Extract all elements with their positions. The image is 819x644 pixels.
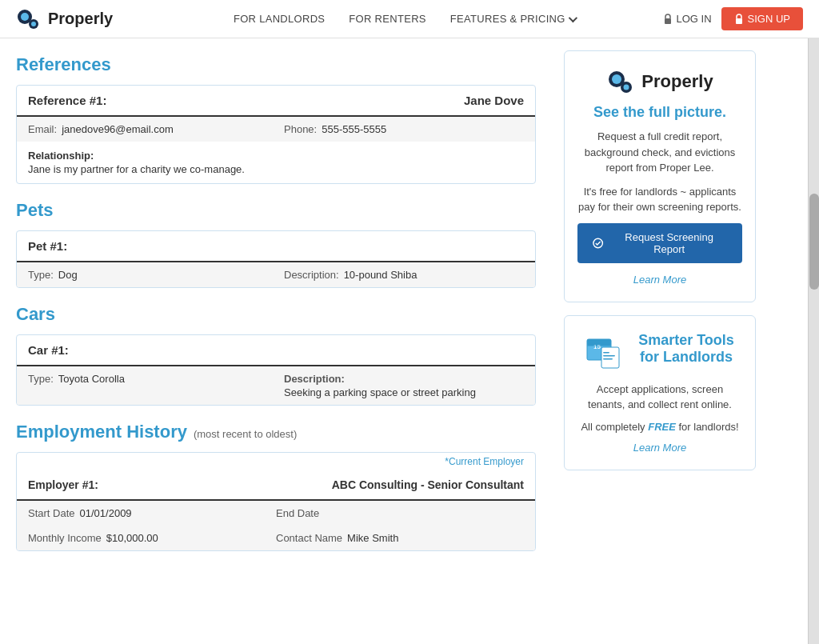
nav-for-renters[interactable]: FOR RENTERS [349,13,425,25]
svg-point-9 [624,85,629,90]
svg-rect-16 [603,352,609,354]
tools-card: 15 Smarter Toolsfor Landlords Accept app… [564,315,756,471]
pet-desc-label: Description: [284,269,339,281]
sidebar: Properly See the full picture. Request a… [552,38,768,583]
reference-1-label: Reference #1: [28,94,106,107]
phone-label: Phone: [284,123,317,135]
card1-logo-text: Properly [641,71,713,92]
relationship-value: Jane is my partner for a charity we co-m… [28,163,524,175]
pet-desc-cell: Description: 10-pound Shiba [284,269,524,281]
card2-icon-row: 15 Smarter Toolsfor Landlords [577,332,742,374]
card1-logo-icon [606,67,635,96]
employment-title: Employment History [16,422,187,442]
cars-title: Cars [16,304,536,325]
employment-subtitle: (most recent to oldest) [194,428,297,440]
employment-title-row: Employment History (most recent to oldes… [16,422,536,442]
car-type-label: Type: [28,373,54,385]
pets-title: Pets [16,200,536,221]
employer-1-label: Employer #1: [28,478,98,491]
car-1-block: Car #1: Type: Toyota Corolla Description… [16,334,536,406]
lock-icon [663,14,673,25]
pets-section: Pets Pet #1: Type: Dog Description: 10-p… [16,200,536,288]
pet-1-header: Pet #1: [17,231,535,262]
svg-point-7 [612,74,621,84]
cars-section: Cars Car #1: Type: Toyota Corolla Descri… [16,304,536,406]
reference-1-name: Jane Dove [464,94,524,107]
svg-rect-18 [603,358,613,360]
card1-headline: See the full picture. [577,104,742,121]
email-value: janedove96@email.com [62,123,174,135]
reference-1-relationship: Relationship: Jane is my partner for a c… [17,142,535,183]
scrollbar-thumb[interactable] [809,194,819,290]
contact-name-value: Mike Smith [347,532,398,544]
car-1-detail-row: Type: Toyota Corolla Description: Seekin… [17,366,535,405]
car-type-cell: Type: Toyota Corolla [28,373,268,385]
car-desc-cell: Description: Seeking a parking space or … [284,373,524,398]
pet-type-cell: Type: Dog [28,269,268,281]
car-desc-value: Seeking a parking space or street parkin… [284,386,524,398]
monthly-income-value: $10,000.00 [106,532,158,544]
employer-dates-row: Start Date 01/01/2009 End Date [17,501,535,526]
pet-type-label: Type: [28,269,54,281]
reference-1-header: Reference #1: Jane Dove [17,86,535,117]
pet-1-block: Pet #1: Type: Dog Description: 10-pound … [16,230,536,288]
pet-1-detail-row: Type: Dog Description: 10-pound Shiba [17,262,535,287]
chevron-down-icon [568,13,577,22]
svg-point-1 [21,13,29,21]
employer-1-block: *Current Employer Employer #1: ABC Consu… [16,452,536,551]
page-layout: References Reference #1: Jane Dove Email… [0,38,819,583]
request-screening-button[interactable]: Request Screening Report [577,223,742,263]
employer-1-name: ABC Consulting - Senior Consultant [332,478,524,491]
contact-name-cell: Contact Name Mike Smith [276,532,524,544]
card1-learn-more-button[interactable]: Learn More [633,274,686,286]
screening-icon [592,237,604,250]
monthly-income-label: Monthly Income [28,532,102,544]
pet-1-label: Pet #1: [28,239,67,253]
scrollbar[interactable] [808,0,819,583]
current-employer-label: *Current Employer [17,453,535,470]
navbar: Properly FOR LANDLORDS FOR RENTERS FEATU… [0,0,819,38]
card2-desc1: Accept applications, screen tenants, and… [577,382,742,413]
car-1-header: Car #1: [17,335,535,366]
tools-icon: 15 [585,333,630,373]
logo-text: Properly [48,10,113,28]
pet-type-value: Dog [58,269,78,281]
card1-desc2: It's free for landlords ~ applicants pay… [577,184,742,215]
card1-desc1: Request a full credit report, background… [577,129,742,176]
references-title: References [16,54,536,75]
nav-for-landlords[interactable]: FOR LANDLORDS [234,13,325,25]
reference-1-email-cell: Email: janedove96@email.com [28,123,268,135]
reference-1-block: Reference #1: Jane Dove Email: janedove9… [16,85,536,184]
nav-features-pricing[interactable]: FEATURES & PRICING [450,13,575,25]
card2-headline: Smarter Toolsfor Landlords [638,332,734,366]
monthly-income-cell: Monthly Income $10,000.00 [28,532,276,544]
navbar-right: LOG IN SIGN UP [663,7,803,30]
car-desc-label: Description: [284,373,345,385]
card2-learn-more-button[interactable]: Learn More [633,442,686,454]
login-button[interactable]: LOG IN [663,13,711,25]
signup-button[interactable]: SIGN UP [721,7,803,30]
svg-rect-15 [601,347,619,368]
svg-point-3 [31,22,36,26]
pet-desc-value: 10-pound Shiba [344,269,417,281]
employment-section: Employment History (most recent to oldes… [16,422,536,551]
contact-name-label: Contact Name [276,532,342,544]
reference-1-phone-cell: Phone: 555-555-5555 [284,123,524,135]
svg-rect-17 [603,355,615,357]
screening-card: Properly See the full picture. Request a… [564,50,756,302]
main-content: References Reference #1: Jane Dove Email… [0,38,552,583]
card1-logo-row: Properly [577,67,742,96]
svg-rect-5 [736,18,742,24]
phone-value: 555-555-5555 [322,123,386,135]
svg-rect-4 [665,18,671,24]
free-label: FREE [648,421,676,433]
main-nav: FOR LANDLORDS FOR RENTERS FEATURES & PRI… [145,13,663,25]
employer-income-row: Monthly Income $10,000.00 Contact Name M… [17,526,535,550]
employer-1-header: Employer #1: ABC Consulting - Senior Con… [17,470,535,501]
reference-1-contact-row: Email: janedove96@email.com Phone: 555-5… [17,117,535,142]
logo[interactable]: Properly [16,6,113,32]
start-date-label: Start Date [28,507,75,519]
end-date-label: End Date [276,507,319,519]
relationship-label: Relationship: [28,150,524,162]
car-1-label: Car #1: [28,343,69,357]
